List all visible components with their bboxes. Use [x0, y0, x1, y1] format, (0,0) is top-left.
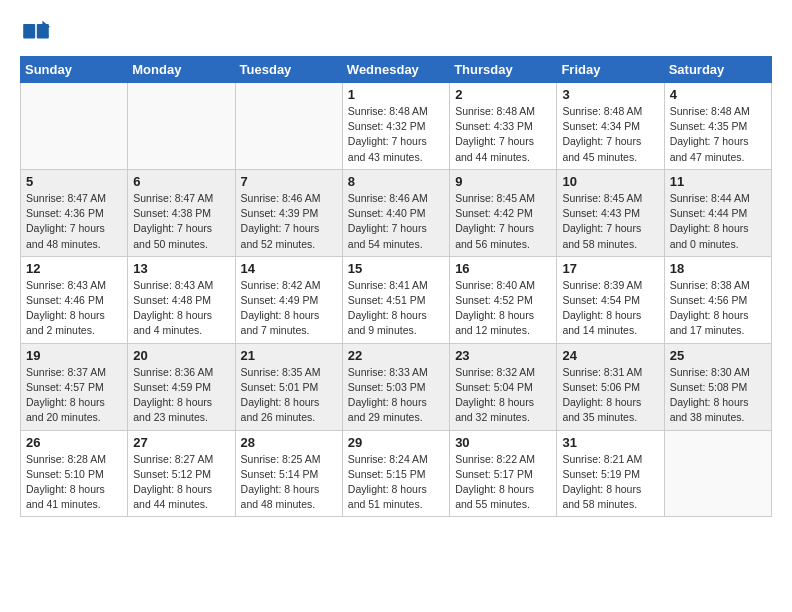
day-info: Sunrise: 8:32 AMSunset: 5:04 PMDaylight:… — [455, 365, 551, 426]
day-number: 12 — [26, 261, 122, 276]
day-number: 6 — [133, 174, 229, 189]
day-info: Sunrise: 8:38 AMSunset: 4:56 PMDaylight:… — [670, 278, 766, 339]
day-number: 4 — [670, 87, 766, 102]
page: SundayMondayTuesdayWednesdayThursdayFrid… — [0, 0, 792, 533]
day-cell: 5Sunrise: 8:47 AMSunset: 4:36 PMDaylight… — [21, 169, 128, 256]
day-cell: 25Sunrise: 8:30 AMSunset: 5:08 PMDayligh… — [664, 343, 771, 430]
day-info: Sunrise: 8:39 AMSunset: 4:54 PMDaylight:… — [562, 278, 658, 339]
day-cell: 12Sunrise: 8:43 AMSunset: 4:46 PMDayligh… — [21, 256, 128, 343]
day-number: 10 — [562, 174, 658, 189]
day-cell: 28Sunrise: 8:25 AMSunset: 5:14 PMDayligh… — [235, 430, 342, 517]
day-info: Sunrise: 8:24 AMSunset: 5:15 PMDaylight:… — [348, 452, 444, 513]
day-cell: 9Sunrise: 8:45 AMSunset: 4:42 PMDaylight… — [450, 169, 557, 256]
day-number: 22 — [348, 348, 444, 363]
day-cell: 13Sunrise: 8:43 AMSunset: 4:48 PMDayligh… — [128, 256, 235, 343]
day-number: 7 — [241, 174, 337, 189]
calendar-header-row: SundayMondayTuesdayWednesdayThursdayFrid… — [21, 57, 772, 83]
day-cell: 6Sunrise: 8:47 AMSunset: 4:38 PMDaylight… — [128, 169, 235, 256]
col-header-thursday: Thursday — [450, 57, 557, 83]
day-info: Sunrise: 8:41 AMSunset: 4:51 PMDaylight:… — [348, 278, 444, 339]
day-number: 2 — [455, 87, 551, 102]
day-info: Sunrise: 8:46 AMSunset: 4:40 PMDaylight:… — [348, 191, 444, 252]
day-info: Sunrise: 8:47 AMSunset: 4:38 PMDaylight:… — [133, 191, 229, 252]
day-cell: 2Sunrise: 8:48 AMSunset: 4:33 PMDaylight… — [450, 83, 557, 170]
day-number: 21 — [241, 348, 337, 363]
day-cell: 31Sunrise: 8:21 AMSunset: 5:19 PMDayligh… — [557, 430, 664, 517]
day-cell: 11Sunrise: 8:44 AMSunset: 4:44 PMDayligh… — [664, 169, 771, 256]
day-info: Sunrise: 8:37 AMSunset: 4:57 PMDaylight:… — [26, 365, 122, 426]
day-info: Sunrise: 8:30 AMSunset: 5:08 PMDaylight:… — [670, 365, 766, 426]
day-number: 25 — [670, 348, 766, 363]
day-cell — [21, 83, 128, 170]
day-info: Sunrise: 8:43 AMSunset: 4:48 PMDaylight:… — [133, 278, 229, 339]
day-number: 28 — [241, 435, 337, 450]
day-info: Sunrise: 8:44 AMSunset: 4:44 PMDaylight:… — [670, 191, 766, 252]
day-cell: 30Sunrise: 8:22 AMSunset: 5:17 PMDayligh… — [450, 430, 557, 517]
day-info: Sunrise: 8:31 AMSunset: 5:06 PMDaylight:… — [562, 365, 658, 426]
day-cell: 17Sunrise: 8:39 AMSunset: 4:54 PMDayligh… — [557, 256, 664, 343]
day-number: 26 — [26, 435, 122, 450]
day-number: 9 — [455, 174, 551, 189]
header — [20, 16, 772, 48]
day-info: Sunrise: 8:28 AMSunset: 5:10 PMDaylight:… — [26, 452, 122, 513]
day-info: Sunrise: 8:48 AMSunset: 4:35 PMDaylight:… — [670, 104, 766, 165]
day-info: Sunrise: 8:22 AMSunset: 5:17 PMDaylight:… — [455, 452, 551, 513]
day-info: Sunrise: 8:43 AMSunset: 4:46 PMDaylight:… — [26, 278, 122, 339]
week-row-4: 19Sunrise: 8:37 AMSunset: 4:57 PMDayligh… — [21, 343, 772, 430]
day-info: Sunrise: 8:46 AMSunset: 4:39 PMDaylight:… — [241, 191, 337, 252]
day-cell: 21Sunrise: 8:35 AMSunset: 5:01 PMDayligh… — [235, 343, 342, 430]
day-number: 23 — [455, 348, 551, 363]
day-number: 31 — [562, 435, 658, 450]
col-header-monday: Monday — [128, 57, 235, 83]
day-number: 24 — [562, 348, 658, 363]
day-number: 19 — [26, 348, 122, 363]
week-row-3: 12Sunrise: 8:43 AMSunset: 4:46 PMDayligh… — [21, 256, 772, 343]
day-number: 5 — [26, 174, 122, 189]
calendar-table: SundayMondayTuesdayWednesdayThursdayFrid… — [20, 56, 772, 517]
svg-marker-3 — [42, 21, 50, 27]
day-number: 29 — [348, 435, 444, 450]
day-info: Sunrise: 8:27 AMSunset: 5:12 PMDaylight:… — [133, 452, 229, 513]
day-number: 3 — [562, 87, 658, 102]
day-info: Sunrise: 8:36 AMSunset: 4:59 PMDaylight:… — [133, 365, 229, 426]
day-cell: 4Sunrise: 8:48 AMSunset: 4:35 PMDaylight… — [664, 83, 771, 170]
day-number: 11 — [670, 174, 766, 189]
day-cell: 7Sunrise: 8:46 AMSunset: 4:39 PMDaylight… — [235, 169, 342, 256]
day-cell: 14Sunrise: 8:42 AMSunset: 4:49 PMDayligh… — [235, 256, 342, 343]
day-cell: 16Sunrise: 8:40 AMSunset: 4:52 PMDayligh… — [450, 256, 557, 343]
day-number: 13 — [133, 261, 229, 276]
day-number: 27 — [133, 435, 229, 450]
day-cell — [235, 83, 342, 170]
day-cell: 19Sunrise: 8:37 AMSunset: 4:57 PMDayligh… — [21, 343, 128, 430]
day-info: Sunrise: 8:40 AMSunset: 4:52 PMDaylight:… — [455, 278, 551, 339]
day-info: Sunrise: 8:33 AMSunset: 5:03 PMDaylight:… — [348, 365, 444, 426]
day-info: Sunrise: 8:45 AMSunset: 4:42 PMDaylight:… — [455, 191, 551, 252]
day-info: Sunrise: 8:35 AMSunset: 5:01 PMDaylight:… — [241, 365, 337, 426]
col-header-tuesday: Tuesday — [235, 57, 342, 83]
day-cell — [664, 430, 771, 517]
day-cell: 18Sunrise: 8:38 AMSunset: 4:56 PMDayligh… — [664, 256, 771, 343]
day-cell: 22Sunrise: 8:33 AMSunset: 5:03 PMDayligh… — [342, 343, 449, 430]
day-number: 20 — [133, 348, 229, 363]
col-header-friday: Friday — [557, 57, 664, 83]
day-cell — [128, 83, 235, 170]
day-cell: 15Sunrise: 8:41 AMSunset: 4:51 PMDayligh… — [342, 256, 449, 343]
day-cell: 20Sunrise: 8:36 AMSunset: 4:59 PMDayligh… — [128, 343, 235, 430]
day-number: 16 — [455, 261, 551, 276]
day-cell: 3Sunrise: 8:48 AMSunset: 4:34 PMDaylight… — [557, 83, 664, 170]
day-info: Sunrise: 8:48 AMSunset: 4:34 PMDaylight:… — [562, 104, 658, 165]
day-cell: 8Sunrise: 8:46 AMSunset: 4:40 PMDaylight… — [342, 169, 449, 256]
logo — [20, 16, 56, 48]
svg-rect-1 — [23, 24, 35, 38]
col-header-wednesday: Wednesday — [342, 57, 449, 83]
col-header-saturday: Saturday — [664, 57, 771, 83]
week-row-1: 1Sunrise: 8:48 AMSunset: 4:32 PMDaylight… — [21, 83, 772, 170]
day-info: Sunrise: 8:25 AMSunset: 5:14 PMDaylight:… — [241, 452, 337, 513]
day-info: Sunrise: 8:47 AMSunset: 4:36 PMDaylight:… — [26, 191, 122, 252]
day-number: 30 — [455, 435, 551, 450]
day-number: 18 — [670, 261, 766, 276]
logo-icon — [20, 16, 52, 48]
day-cell: 24Sunrise: 8:31 AMSunset: 5:06 PMDayligh… — [557, 343, 664, 430]
day-number: 8 — [348, 174, 444, 189]
day-info: Sunrise: 8:48 AMSunset: 4:32 PMDaylight:… — [348, 104, 444, 165]
